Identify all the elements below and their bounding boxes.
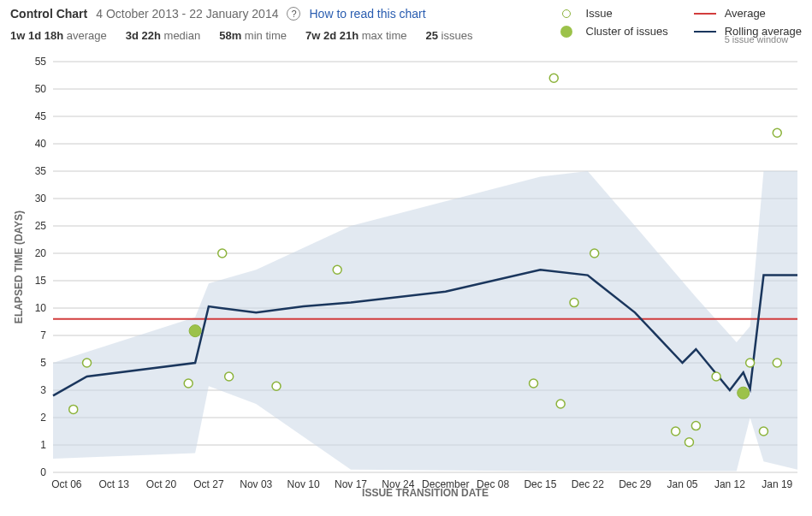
cluster-marker-icon [560, 26, 572, 38]
issue-point[interactable] [556, 400, 565, 408]
stat-median: 3d 22h median [126, 29, 200, 42]
issue-point[interactable] [69, 405, 78, 413]
y-tick-label: 35 [35, 165, 47, 177]
cluster-point[interactable] [738, 387, 750, 399]
y-tick-label: 55 [35, 56, 47, 68]
legend-issue: Issue [555, 7, 668, 20]
issue-point[interactable] [272, 382, 281, 390]
std-dev-band [53, 171, 797, 471]
stat-mintime: 58m min time [219, 29, 287, 42]
chart-plot-area: 01235710152025303540455055Oct 06Oct 13Oc… [10, 53, 802, 498]
chart-header: Control Chart 4 October 2013 - 22 Januar… [10, 7, 802, 44]
issue-point[interactable] [570, 299, 578, 307]
x-tick-label: Dec 22 [572, 478, 604, 490]
y-tick-label: 0 [40, 466, 46, 478]
x-tick-label: Dec 15 [524, 478, 556, 490]
x-tick-label: Dec 29 [619, 478, 651, 490]
x-tick-label: Nov 03 [240, 478, 272, 490]
issue-point[interactable] [218, 249, 227, 258]
issue-point[interactable] [672, 427, 680, 436]
how-to-read-link[interactable]: How to read this chart [309, 7, 425, 21]
chart-legend: Issue Average Cluster of issues Rolling … [555, 7, 802, 44]
issue-point[interactable] [685, 438, 693, 447]
chart-date-range: 4 October 2013 - 22 January 2014 [96, 7, 278, 21]
issue-point[interactable] [773, 128, 781, 137]
y-tick-label: 3 [40, 384, 46, 396]
x-axis-label: ISSUE TRANSITION DATE [362, 487, 489, 498]
rolling-line-icon [694, 31, 716, 33]
issue-point[interactable] [691, 422, 700, 430]
issue-point[interactable] [712, 372, 720, 381]
x-tick-label: Nov 10 [287, 478, 320, 490]
issue-point[interactable] [746, 359, 755, 367]
y-tick-label: 2 [40, 412, 46, 424]
issue-marker-icon [562, 9, 571, 18]
x-tick-label: Oct 06 [51, 478, 82, 490]
y-tick-label: 1 [40, 439, 46, 451]
y-tick-label: 45 [35, 110, 47, 122]
issue-point[interactable] [773, 359, 781, 367]
issue-point[interactable] [333, 265, 341, 274]
x-tick-label: Jan 19 [762, 478, 792, 490]
y-tick-label: 5 [40, 357, 46, 369]
chart-title: Control Chart [10, 7, 87, 21]
y-tick-label: 7 [40, 329, 46, 341]
issue-point[interactable] [83, 359, 92, 367]
legend-cluster: Cluster of issues [555, 25, 668, 38]
issue-point[interactable] [549, 74, 558, 82]
stat-maxtime: 7w 2d 21h max time [305, 29, 407, 42]
stat-issues: 25 issues [425, 29, 472, 42]
issue-point[interactable] [225, 372, 234, 381]
y-axis-label: ELAPSED TIME (DAYS) [13, 211, 25, 323]
x-tick-label: Oct 20 [146, 478, 177, 490]
help-icon[interactable]: ? [287, 7, 300, 21]
y-tick-label: 50 [35, 83, 47, 95]
x-tick-label: Jan 12 [714, 478, 745, 490]
legend-average: Average [694, 7, 802, 20]
y-tick-label: 40 [35, 138, 47, 150]
y-tick-label: 10 [35, 302, 47, 314]
y-tick-label: 25 [35, 220, 47, 232]
y-tick-label: 20 [35, 247, 47, 259]
cluster-point[interactable] [189, 325, 201, 337]
issue-point[interactable] [759, 427, 768, 436]
y-tick-label: 30 [35, 193, 47, 205]
x-tick-label: Oct 13 [99, 478, 130, 490]
average-line-icon [694, 13, 716, 15]
stat-average: 1w 1d 18h average [10, 29, 107, 42]
issue-point[interactable] [530, 379, 538, 388]
control-chart-panel: Control Chart 4 October 2013 - 22 Januar… [0, 0, 812, 516]
x-tick-label: Jan 05 [667, 478, 698, 490]
x-tick-label: Oct 27 [193, 478, 224, 490]
issue-point[interactable] [184, 379, 193, 388]
y-tick-label: 15 [35, 275, 47, 287]
chart-summary-stats: 1w 1d 18h average 3d 22h median 58m min … [10, 29, 538, 42]
issue-point[interactable] [590, 249, 599, 258]
